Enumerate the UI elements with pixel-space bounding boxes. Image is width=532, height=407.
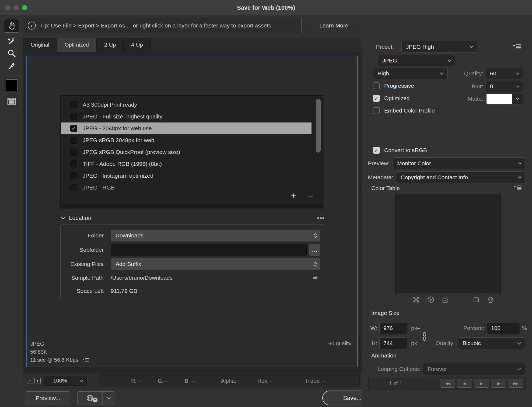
browser-dropdown-button[interactable] bbox=[102, 392, 115, 405]
browse-subfolder-button[interactable]: … bbox=[309, 244, 320, 256]
looping-options-label: Looping Options: bbox=[362, 363, 420, 375]
tab-optimized[interactable]: Optimized bbox=[57, 38, 97, 52]
quality-value: 60 bbox=[486, 70, 512, 77]
preset-checkbox[interactable]: ✓ bbox=[70, 160, 77, 167]
preset-row[interactable]: ✓ A3 300dpi Print ready bbox=[61, 99, 312, 111]
optimized-checkbox-row[interactable]: ✓ Optimized bbox=[373, 95, 410, 102]
looping-options-dropdown[interactable]: Forever bbox=[423, 363, 525, 375]
preset-checkbox-checked[interactable]: ✓ bbox=[70, 125, 77, 132]
panel-menu-icon[interactable] bbox=[513, 44, 522, 49]
status-download-time: 11 sec @ 56.6 Kbps bbox=[30, 356, 78, 364]
preset-row-clipped[interactable]: ✓ JPEG - RGB bbox=[61, 182, 312, 192]
resample-quality-value: Bicubic bbox=[458, 340, 514, 346]
tab-2up[interactable]: 2-Up bbox=[97, 38, 124, 52]
hand-icon bbox=[7, 21, 16, 30]
toggle-slices-visibility-button[interactable] bbox=[4, 95, 19, 108]
next-frame-button[interactable]: |▶ bbox=[491, 379, 506, 388]
location-menu-button[interactable]: ••• bbox=[317, 217, 325, 219]
zoom-level-select[interactable]: 100% bbox=[44, 376, 87, 386]
add-preset-button[interactable]: + bbox=[290, 192, 296, 200]
preset-row-selected[interactable]: ✓ JPEG - 2048px for web use bbox=[61, 122, 312, 134]
preset-checkbox[interactable]: ✓ bbox=[70, 113, 77, 120]
default-browser-button[interactable]: ? bbox=[78, 392, 102, 405]
subfolder-label: Subfolder bbox=[61, 247, 111, 253]
preview-in-browser-button[interactable]: Preview... bbox=[26, 391, 70, 405]
first-frame-button[interactable]: ◀◀ bbox=[440, 379, 455, 388]
color-table-menu-icon[interactable] bbox=[514, 185, 522, 190]
reveal-path-button[interactable] bbox=[312, 275, 318, 280]
preview-dropdown[interactable]: Monitor Color bbox=[393, 157, 526, 169]
presets-scrollbar-thumb[interactable] bbox=[316, 99, 321, 153]
existing-files-select[interactable]: Add Suffix bbox=[111, 258, 320, 270]
preset-row[interactable]: ✓ JPEG - Full size, highest quality bbox=[61, 111, 312, 122]
last-frame-button[interactable]: ▶▶ bbox=[508, 379, 523, 388]
lock-icon[interactable] bbox=[442, 296, 448, 303]
eyedropper-color-swatch[interactable] bbox=[4, 78, 19, 93]
preset-label: Preset: bbox=[362, 41, 394, 53]
blur-field[interactable]: 0 bbox=[486, 81, 523, 92]
compression-dropdown[interactable]: High bbox=[373, 68, 448, 79]
optimized-checkbox[interactable]: ✓ bbox=[373, 95, 380, 102]
status-menu-icon[interactable] bbox=[82, 358, 89, 362]
previous-frame-button[interactable]: ◀| bbox=[457, 379, 472, 388]
slice-select-tool-button[interactable] bbox=[4, 35, 19, 47]
chevron-down-icon bbox=[512, 68, 523, 79]
optimized-preview-panel[interactable]: ✓ A3 300dpi Print ready ✓ JPEG - Full si… bbox=[26, 56, 358, 367]
preset-checkbox[interactable]: ✓ bbox=[70, 101, 77, 108]
zoom-out-button[interactable]: − bbox=[27, 378, 33, 384]
chevron-down-icon bbox=[514, 176, 526, 179]
toolbar-divider bbox=[3, 75, 20, 75]
snap-to-web-palette-icon[interactable] bbox=[413, 296, 420, 303]
link-icon[interactable] bbox=[422, 332, 427, 341]
hand-tool-button[interactable] bbox=[4, 19, 19, 33]
color-table-header: Color Table bbox=[364, 185, 513, 191]
preset-row[interactable]: ✓ JPEG sRGB 2048px for web bbox=[61, 134, 312, 146]
readout-index: Index: -- bbox=[306, 378, 326, 384]
embed-profile-checkbox[interactable]: ✓ bbox=[373, 107, 380, 114]
preset-row[interactable]: ✓ TIFF - Adobe RGB (1998) (8bit) bbox=[61, 158, 312, 170]
chevron-down-icon bbox=[76, 376, 86, 385]
trash-icon[interactable] bbox=[487, 296, 494, 303]
window-title: Save for Web (100%) bbox=[0, 0, 532, 15]
eyedropper-tool-button[interactable] bbox=[4, 60, 19, 72]
percent-input[interactable]: 100 bbox=[487, 322, 520, 334]
zoom-in-button[interactable]: + bbox=[34, 378, 41, 384]
location-settings-box: Folder Downloads Subfolder … bbox=[60, 224, 324, 299]
space-left-value: 911.79 GB bbox=[111, 288, 137, 294]
metadata-dropdown[interactable]: Copyright and Contact Info bbox=[396, 171, 526, 183]
zoom-tool-button[interactable] bbox=[4, 47, 19, 59]
quality-field[interactable]: 60 bbox=[486, 68, 523, 79]
subfolder-input[interactable] bbox=[111, 244, 307, 256]
folder-select[interactable]: Downloads bbox=[111, 230, 320, 241]
preset-row[interactable]: ✓ JPEG - Instagram optimized bbox=[61, 170, 312, 182]
status-file-size: 56.83K bbox=[30, 348, 89, 356]
resample-quality-dropdown[interactable]: Bicubic bbox=[458, 337, 525, 349]
cube-icon[interactable] bbox=[427, 296, 434, 303]
width-input[interactable]: 976 bbox=[379, 322, 407, 334]
preset-checkbox[interactable]: ✓ bbox=[70, 137, 77, 144]
new-color-icon[interactable] bbox=[472, 296, 480, 303]
tab-4up[interactable]: 4-Up bbox=[124, 38, 150, 52]
preset-checkbox[interactable]: ✓ bbox=[70, 172, 77, 179]
preset-checkbox[interactable]: ✓ bbox=[70, 184, 77, 191]
convert-srgb-checkbox[interactable]: ✓ bbox=[373, 147, 380, 154]
preset-row[interactable]: ✓ JPEG sRGB QuickProof (preview size) bbox=[61, 146, 312, 158]
progressive-checkbox[interactable]: ✓ bbox=[373, 82, 380, 89]
progressive-checkbox-row[interactable]: ✓ Progressive bbox=[373, 82, 414, 89]
chevron-down-icon bbox=[514, 342, 525, 345]
select-browser-group: ? bbox=[77, 391, 115, 405]
embed-profile-checkbox-row[interactable]: ✓ Embed Color Profile bbox=[373, 107, 435, 114]
preset-dropdown[interactable]: JPEG High bbox=[401, 41, 477, 53]
convert-srgb-checkbox-row[interactable]: ✓ Convert to sRGB bbox=[373, 147, 427, 154]
play-button[interactable]: ▶ bbox=[474, 379, 489, 388]
presets-horizontal-scrollbar[interactable] bbox=[62, 204, 323, 208]
question-badge-icon: ? bbox=[93, 398, 97, 402]
preset-checkbox[interactable]: ✓ bbox=[70, 149, 77, 156]
format-dropdown[interactable]: JPEG bbox=[378, 55, 455, 66]
learn-more-button[interactable]: Learn More bbox=[301, 18, 366, 33]
height-input[interactable]: 744 bbox=[379, 337, 407, 349]
matte-field[interactable] bbox=[486, 93, 523, 104]
tab-original[interactable]: Original bbox=[23, 38, 57, 52]
remove-preset-button[interactable]: − bbox=[308, 192, 314, 200]
location-section-header[interactable]: Location ••• bbox=[61, 213, 325, 223]
